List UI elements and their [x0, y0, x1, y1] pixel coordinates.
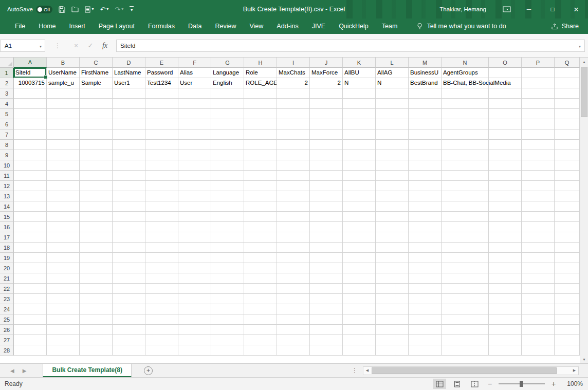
cell-N5[interactable]	[442, 109, 489, 119]
cell-H26[interactable]	[244, 325, 277, 335]
cell-I28[interactable]	[277, 345, 310, 356]
cell-D20[interactable]	[113, 263, 145, 273]
cell-N20[interactable]	[442, 263, 489, 273]
cell-J24[interactable]	[310, 304, 343, 314]
cell-Q19[interactable]	[555, 253, 580, 263]
cell-D15[interactable]	[113, 212, 145, 222]
cell-N9[interactable]	[442, 150, 489, 160]
vertical-scrollbar-thumb[interactable]	[581, 67, 587, 117]
tell-me-box[interactable]: Tell me what you want to do	[416, 23, 506, 30]
cell-Q20[interactable]	[555, 263, 580, 273]
cell-Q26[interactable]	[555, 325, 580, 335]
cell-P24[interactable]	[522, 304, 555, 314]
cell-B17[interactable]	[47, 232, 80, 243]
column-header-D[interactable]: D	[113, 58, 145, 68]
tab-quickhelp[interactable]: QuickHelp	[332, 18, 375, 34]
cell-L22[interactable]	[376, 284, 409, 294]
cell-C10[interactable]	[80, 160, 113, 171]
cell-D6[interactable]	[113, 119, 145, 129]
cell-I25[interactable]	[277, 314, 310, 325]
horizontal-scrollbar-track[interactable]	[371, 367, 571, 375]
column-header-C[interactable]: C	[80, 58, 113, 68]
cell-E16[interactable]	[145, 222, 178, 232]
cell-M22[interactable]	[409, 284, 442, 294]
cell-H7[interactable]	[244, 129, 277, 140]
cell-K22[interactable]	[343, 284, 376, 294]
row-header-5[interactable]: 5	[0, 109, 14, 119]
cell-I6[interactable]	[277, 119, 310, 129]
cell-G5[interactable]	[211, 109, 244, 119]
cell-L1[interactable]: AllAG	[376, 68, 409, 78]
cell-N19[interactable]	[442, 253, 489, 263]
cell-E6[interactable]	[145, 119, 178, 129]
row-header-1[interactable]: 1	[0, 68, 14, 78]
cell-H3[interactable]	[244, 88, 277, 99]
cell-D7[interactable]	[113, 129, 145, 140]
cell-J10[interactable]	[310, 160, 343, 171]
cell-B15[interactable]	[47, 212, 80, 222]
tab-home[interactable]: Home	[32, 18, 62, 34]
vertical-scrollbar[interactable]: ▲ ▼	[580, 58, 588, 363]
column-header-M[interactable]: M	[409, 58, 442, 68]
cell-P10[interactable]	[522, 160, 555, 171]
row-header-16[interactable]: 16	[0, 222, 14, 232]
cell-B12[interactable]	[47, 181, 80, 191]
cell-B9[interactable]	[47, 150, 80, 160]
cell-I14[interactable]	[277, 201, 310, 212]
cell-E22[interactable]	[145, 284, 178, 294]
cell-K15[interactable]	[343, 212, 376, 222]
cell-N1[interactable]: AgentGroups	[442, 68, 489, 78]
cell-L11[interactable]	[376, 171, 409, 181]
cell-C5[interactable]	[80, 109, 113, 119]
column-header-Q[interactable]: Q	[555, 58, 580, 68]
cell-M23[interactable]	[409, 294, 442, 304]
cell-G16[interactable]	[211, 222, 244, 232]
row-header-28[interactable]: 28	[0, 345, 14, 356]
cell-I13[interactable]	[277, 191, 310, 201]
cell-K11[interactable]	[343, 171, 376, 181]
cell-H5[interactable]	[244, 109, 277, 119]
cell-F6[interactable]	[178, 119, 211, 129]
row-header-14[interactable]: 14	[0, 201, 14, 212]
cell-A18[interactable]	[14, 243, 47, 253]
autosave-toggle[interactable]: AutoSave Off	[7, 6, 52, 13]
column-header-B[interactable]: B	[47, 58, 80, 68]
cell-J19[interactable]	[310, 253, 343, 263]
cell-F25[interactable]	[178, 314, 211, 325]
cell-D26[interactable]	[113, 325, 145, 335]
cell-M20[interactable]	[409, 263, 442, 273]
cell-D28[interactable]	[113, 345, 145, 356]
tab-view[interactable]: View	[243, 18, 270, 34]
cell-D22[interactable]	[113, 284, 145, 294]
cell-E17[interactable]	[145, 232, 178, 243]
cell-N27[interactable]	[442, 335, 489, 345]
cell-I17[interactable]	[277, 232, 310, 243]
cell-N7[interactable]	[442, 129, 489, 140]
cell-L21[interactable]	[376, 273, 409, 284]
cell-B24[interactable]	[47, 304, 80, 314]
cell-O18[interactable]	[489, 243, 522, 253]
cell-D16[interactable]	[113, 222, 145, 232]
cell-A20[interactable]	[14, 263, 47, 273]
cell-C18[interactable]	[80, 243, 113, 253]
cell-C2[interactable]: Sample	[80, 78, 113, 88]
cell-A25[interactable]	[14, 314, 47, 325]
cell-H16[interactable]	[244, 222, 277, 232]
cell-Q28[interactable]	[555, 345, 580, 356]
cell-F1[interactable]: Alias	[178, 68, 211, 78]
cell-M14[interactable]	[409, 201, 442, 212]
row-header-13[interactable]: 13	[0, 191, 14, 201]
cell-A7[interactable]	[14, 129, 47, 140]
cell-G4[interactable]	[211, 99, 244, 109]
column-header-N[interactable]: N	[442, 58, 489, 68]
cell-K23[interactable]	[343, 294, 376, 304]
cell-P18[interactable]	[522, 243, 555, 253]
sheet-tab-active[interactable]: Bulk Create Template(8)	[43, 364, 131, 377]
cell-E13[interactable]	[145, 191, 178, 201]
cell-M25[interactable]	[409, 314, 442, 325]
cell-C11[interactable]	[80, 171, 113, 181]
cell-H25[interactable]	[244, 314, 277, 325]
column-header-K[interactable]: K	[343, 58, 376, 68]
select-all-corner[interactable]	[0, 58, 14, 68]
cell-G11[interactable]	[211, 171, 244, 181]
